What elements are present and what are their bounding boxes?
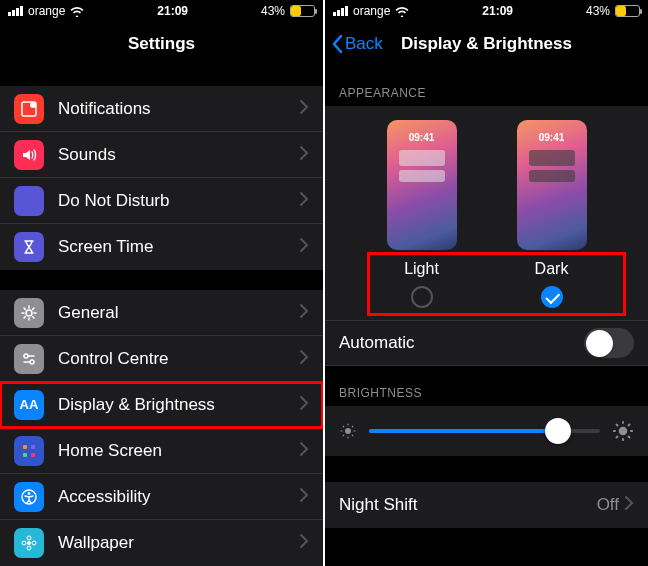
svg-rect-8 <box>31 453 35 457</box>
cell-label: General <box>58 303 300 323</box>
flower-icon <box>14 528 44 558</box>
light-preview-icon: 09:41 <box>387 120 457 250</box>
svg-point-14 <box>22 541 26 545</box>
chevron-right-icon <box>300 304 309 322</box>
signal-icon <box>333 6 348 16</box>
status-time: 21:09 <box>482 4 513 18</box>
cell-display-brightness[interactable]: AA Display & Brightness <box>0 382 323 428</box>
cell-label: Display & Brightness <box>58 395 300 415</box>
brightness-slider[interactable] <box>369 429 600 433</box>
svg-point-1 <box>30 102 36 108</box>
chevron-left-icon <box>331 34 343 54</box>
page-title: Display & Brightness <box>401 34 572 54</box>
dark-label: Dark <box>535 260 569 278</box>
cell-screen-time[interactable]: Screen Time <box>0 224 323 270</box>
chevron-right-icon <box>625 496 634 514</box>
cell-label: Accessibility <box>58 487 300 507</box>
appearance-option-light[interactable]: 09:41 Light <box>377 120 467 308</box>
svg-rect-7 <box>23 453 27 457</box>
back-button[interactable]: Back <box>331 34 383 54</box>
cell-label: Do Not Disturb <box>58 191 300 211</box>
battery-icon <box>615 5 640 17</box>
chevron-right-icon <box>300 534 309 552</box>
settings-group-1: Notifications Sounds Do Not Disturb Scre… <box>0 86 323 270</box>
chevron-right-icon <box>300 238 309 256</box>
svg-point-15 <box>32 541 36 545</box>
status-time: 21:09 <box>157 4 188 18</box>
carrier-label: orange <box>353 4 390 18</box>
sun-large-icon <box>612 420 634 442</box>
battery-pct: 43% <box>586 4 610 18</box>
text-size-icon: AA <box>14 390 44 420</box>
dark-preview-icon: 09:41 <box>517 120 587 250</box>
cell-label: Sounds <box>58 145 300 165</box>
settings-screen: orange 21:09 43% Settings Notifications … <box>0 0 323 566</box>
section-header-appearance: APPEARANCE <box>325 66 648 106</box>
appearance-option-dark[interactable]: 09:41 Dark <box>507 120 597 308</box>
cell-accessibility[interactable]: Accessibility <box>0 474 323 520</box>
battery-pct: 43% <box>261 4 285 18</box>
svg-point-10 <box>28 492 31 495</box>
cell-night-shift[interactable]: Night Shift Off <box>325 482 648 528</box>
grid-icon <box>14 436 44 466</box>
accessibility-icon <box>14 482 44 512</box>
cell-label: Home Screen <box>58 441 300 461</box>
chevron-right-icon <box>300 192 309 210</box>
notifications-icon <box>14 94 44 124</box>
nav-bar: Back Display & Brightness <box>325 22 648 66</box>
cell-label: Screen Time <box>58 237 300 257</box>
cell-wallpaper[interactable]: Wallpaper <box>0 520 323 566</box>
cell-label: Wallpaper <box>58 533 300 553</box>
nav-bar: Settings <box>0 22 323 66</box>
battery-icon <box>290 5 315 17</box>
sounds-icon <box>14 140 44 170</box>
svg-point-13 <box>27 546 31 550</box>
cell-notifications[interactable]: Notifications <box>0 86 323 132</box>
carrier-label: orange <box>28 4 65 18</box>
chevron-right-icon <box>300 488 309 506</box>
gear-icon <box>14 298 44 328</box>
section-header-brightness: BRIGHTNESS <box>325 366 648 406</box>
night-shift-label: Night Shift <box>339 495 597 515</box>
dark-radio[interactable] <box>541 286 563 308</box>
svg-point-2 <box>26 310 32 316</box>
settings-group-2: General Control Centre AA Display & Brig… <box>0 290 323 566</box>
cell-label: Notifications <box>58 99 300 119</box>
svg-point-11 <box>27 541 31 545</box>
svg-rect-6 <box>31 445 35 449</box>
chevron-right-icon <box>300 396 309 414</box>
light-radio[interactable] <box>411 286 433 308</box>
hourglass-icon <box>14 232 44 262</box>
wifi-icon <box>395 6 409 17</box>
sun-small-icon <box>339 422 357 440</box>
chevron-right-icon <box>300 442 309 460</box>
page-title: Settings <box>128 34 195 54</box>
appearance-section: 09:41 Light 09:41 Dark <box>325 106 648 320</box>
cell-dnd[interactable]: Do Not Disturb <box>0 178 323 224</box>
brightness-row <box>325 406 648 456</box>
automatic-toggle[interactable] <box>584 328 634 358</box>
svg-point-16 <box>345 428 351 434</box>
svg-rect-5 <box>23 445 27 449</box>
cell-general[interactable]: General <box>0 290 323 336</box>
status-bar: orange 21:09 43% <box>0 0 323 22</box>
svg-point-17 <box>619 427 628 436</box>
automatic-label: Automatic <box>339 333 584 353</box>
cell-label: Control Centre <box>58 349 300 369</box>
cell-home-screen[interactable]: Home Screen <box>0 428 323 474</box>
wifi-icon <box>70 6 84 17</box>
sliders-icon <box>14 344 44 374</box>
svg-point-12 <box>27 536 31 540</box>
signal-icon <box>8 6 23 16</box>
back-label: Back <box>345 34 383 54</box>
cell-automatic[interactable]: Automatic <box>325 320 648 366</box>
night-shift-value: Off <box>597 495 619 515</box>
display-brightness-screen: orange 21:09 43% Back Display & Brightne… <box>325 0 648 566</box>
chevron-right-icon <box>300 350 309 368</box>
battery-fill <box>291 6 301 16</box>
status-bar: orange 21:09 43% <box>325 0 648 22</box>
cell-sounds[interactable]: Sounds <box>0 132 323 178</box>
moon-icon <box>14 186 44 216</box>
chevron-right-icon <box>300 146 309 164</box>
cell-control-centre[interactable]: Control Centre <box>0 336 323 382</box>
